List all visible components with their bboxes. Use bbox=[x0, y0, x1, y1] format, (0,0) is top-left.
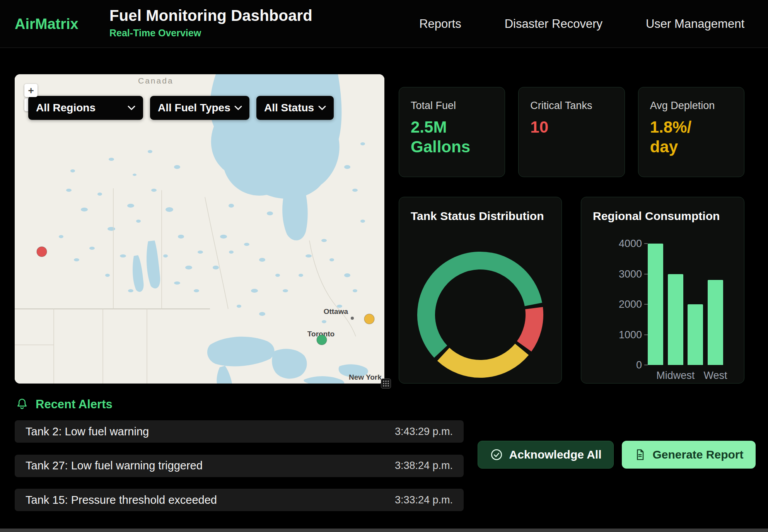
tank-status-card: Tank Status Distribution bbox=[399, 197, 562, 384]
page-title: Fuel Monitoring Dashboard bbox=[109, 7, 312, 24]
regional-consumption-card: Regional Consumption 01000200030004000Mi… bbox=[581, 197, 744, 384]
map-label-new-york: New York bbox=[349, 373, 382, 381]
acknowledge-all-label: Acknowledge All bbox=[509, 448, 602, 461]
donut-segment-critical[interactable] bbox=[524, 308, 535, 346]
nav-item-reports[interactable]: Reports bbox=[419, 17, 461, 31]
drag-dots-icon bbox=[382, 380, 389, 387]
stats-row: Total Fuel2.5M GallonsCritical Tanks10Av… bbox=[399, 87, 744, 177]
tank-status-title: Tank Status Distribution bbox=[411, 210, 544, 223]
map-marker-warning[interactable] bbox=[364, 314, 374, 324]
x-tick-label: Midwest bbox=[656, 370, 695, 382]
chevron-down-icon bbox=[128, 106, 135, 110]
generate-report-label: Generate Report bbox=[652, 448, 743, 461]
alert-row[interactable]: Tank 15: Pressure threshold exceeded3:33… bbox=[15, 489, 464, 511]
y-tick-label: 4000 bbox=[581, 238, 642, 250]
filter-label: All Fuel Types bbox=[158, 102, 230, 114]
alert-message: Tank 2: Low fuel warning bbox=[26, 425, 149, 438]
bar-3[interactable] bbox=[688, 304, 703, 365]
app-logo[interactable]: AirMatrix bbox=[15, 15, 79, 32]
map-filter-bar: All RegionsAll Fuel TypesAll Status bbox=[28, 96, 334, 120]
header-nav: ReportsDisaster RecoveryUser Management bbox=[419, 0, 744, 48]
bar-2[interactable] bbox=[668, 274, 683, 365]
generate-report-button[interactable]: Generate Report bbox=[622, 441, 756, 469]
alert-time: 3:33:24 p.m. bbox=[395, 494, 453, 506]
y-tick-label: 1000 bbox=[581, 329, 642, 341]
stat-label: Critical Tanks bbox=[530, 100, 613, 112]
map-marker-critical[interactable] bbox=[37, 247, 47, 257]
map-marker-normal[interactable] bbox=[317, 335, 327, 345]
acknowledge-all-button[interactable]: Acknowledge All bbox=[478, 441, 614, 469]
stat-value: 1.8%/ day bbox=[650, 117, 732, 157]
stat-card-total-fuel: Total Fuel2.5M Gallons bbox=[399, 87, 505, 177]
filter-all-fuel-types[interactable]: All Fuel Types bbox=[150, 96, 249, 120]
stat-label: Total Fuel bbox=[411, 100, 493, 112]
filter-all-regions[interactable]: All Regions bbox=[28, 96, 143, 120]
map-label-ottawa: Ottawa bbox=[324, 307, 348, 315]
nav-item-disaster-recovery[interactable]: Disaster Recovery bbox=[505, 17, 602, 31]
y-tick-mark bbox=[644, 304, 648, 305]
page-title-block: Fuel Monitoring Dashboard Real-Time Over… bbox=[109, 7, 312, 39]
x-tick-label: West bbox=[704, 370, 727, 382]
bar-4[interactable] bbox=[708, 280, 723, 365]
y-tick-mark bbox=[644, 365, 648, 365]
stat-value: 10 bbox=[530, 117, 613, 137]
stat-card-avg-depletion: Avg Depletion1.8%/ day bbox=[638, 87, 744, 177]
alerts-heading-label: Recent Alerts bbox=[36, 397, 113, 411]
document-icon bbox=[634, 448, 646, 461]
bar-chart: 01000200030004000MidwestWest bbox=[581, 197, 744, 383]
nav-item-user-management[interactable]: User Management bbox=[646, 17, 744, 31]
check-circle-icon bbox=[490, 448, 503, 461]
donut-segment-warning[interactable] bbox=[444, 350, 522, 369]
alerts-heading: Recent Alerts bbox=[15, 397, 113, 411]
bell-icon bbox=[15, 398, 29, 411]
page-subtitle: Real-Time Overview bbox=[109, 27, 312, 39]
alert-row[interactable]: Tank 2: Low fuel warning3:43:29 p.m. bbox=[15, 420, 464, 443]
map-canvas[interactable]: Canada Ottawa Toronto New York bbox=[15, 74, 384, 384]
alert-time: 3:38:24 p.m. bbox=[395, 460, 453, 472]
app-header: AirMatrix Fuel Monitoring Dashboard Real… bbox=[0, 0, 768, 48]
filter-label: All Status bbox=[264, 102, 314, 114]
zoom-in-button[interactable]: + bbox=[24, 84, 38, 97]
y-tick-mark bbox=[644, 334, 648, 335]
filter-all-status[interactable]: All Status bbox=[256, 96, 334, 120]
y-tick-label: 2000 bbox=[581, 298, 642, 310]
stat-value: 2.5M Gallons bbox=[411, 117, 493, 157]
y-tick-label: 0 bbox=[581, 359, 642, 371]
alert-time: 3:43:29 p.m. bbox=[395, 426, 453, 438]
chevron-down-icon bbox=[318, 106, 326, 110]
stat-label: Avg Depletion bbox=[650, 100, 732, 112]
donut-segment-normal[interactable] bbox=[426, 261, 533, 352]
y-tick-label: 3000 bbox=[581, 268, 642, 280]
y-tick-mark bbox=[644, 274, 648, 275]
y-tick-mark bbox=[644, 243, 648, 244]
alert-message: Tank 15: Pressure threshold exceeded bbox=[26, 494, 217, 506]
donut-chart bbox=[416, 251, 544, 379]
alert-message: Tank 27: Low fuel warning triggered bbox=[26, 459, 203, 472]
stat-card-critical-tanks: Critical Tanks10 bbox=[518, 87, 625, 177]
map-label-canada: Canada bbox=[138, 76, 174, 85]
bar-1[interactable] bbox=[648, 244, 663, 365]
filter-label: All Regions bbox=[36, 102, 96, 114]
map-panel: Canada Ottawa Toronto New York + − All R… bbox=[15, 74, 384, 384]
bottom-scrollbar[interactable] bbox=[0, 529, 768, 532]
resize-handle[interactable] bbox=[381, 379, 391, 389]
alert-row[interactable]: Tank 27: Low fuel warning triggered3:38:… bbox=[15, 455, 464, 477]
chevron-down-icon bbox=[234, 106, 242, 110]
